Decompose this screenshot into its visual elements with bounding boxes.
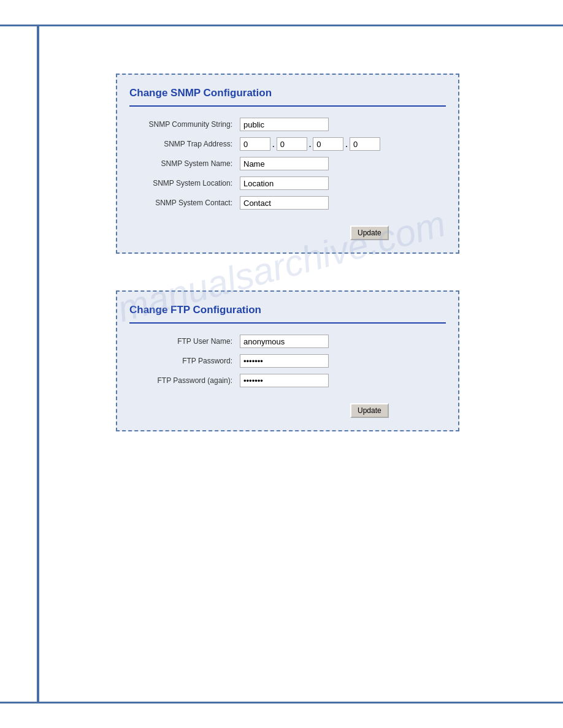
snmp-trap-address-inputs: . . . [240, 137, 380, 151]
snmp-trap-address-row: SNMP Trap Address: . . . [129, 137, 446, 151]
ftp-username-row: FTP User Name: [129, 335, 446, 348]
snmp-system-name-input[interactable] [240, 157, 329, 170]
snmp-update-button[interactable]: Update [350, 226, 389, 240]
top-border [0, 25, 563, 26]
ftp-password-again-input[interactable] [240, 374, 329, 387]
ftp-button-container: Update [129, 396, 446, 418]
trap-sep-1: . [272, 140, 275, 149]
trap-sep-2: . [309, 140, 312, 149]
ftp-update-button[interactable]: Update [350, 403, 389, 418]
snmp-trap-ip2[interactable] [277, 137, 307, 151]
ftp-password-again-label: FTP Password (again): [129, 376, 240, 385]
snmp-system-contact-input[interactable] [240, 196, 329, 210]
snmp-system-contact-row: SNMP System Contact: [129, 196, 446, 210]
snmp-system-location-row: SNMP System Location: [129, 176, 446, 190]
left-accent [37, 26, 39, 703]
snmp-system-name-row: SNMP System Name: [129, 157, 446, 170]
ftp-password-again-row: FTP Password (again): [129, 374, 446, 387]
ftp-password-label: FTP Password: [129, 357, 240, 365]
bottom-border [0, 702, 563, 703]
snmp-trap-ip1[interactable] [240, 137, 270, 151]
trap-sep-3: . [345, 140, 348, 149]
snmp-community-string-input[interactable] [240, 118, 329, 131]
snmp-system-contact-label: SNMP System Contact: [129, 199, 240, 207]
snmp-config-title: Change SNMP Configuration [129, 87, 446, 107]
snmp-system-location-input[interactable] [240, 176, 329, 190]
snmp-system-location-label: SNMP System Location: [129, 179, 240, 188]
ftp-password-row: FTP Password: [129, 354, 446, 368]
snmp-community-string-row: SNMP Community String: [129, 118, 446, 131]
snmp-button-container: Update [129, 218, 446, 240]
ftp-password-input[interactable] [240, 354, 329, 368]
ftp-config-title: Change FTP Configuration [129, 304, 446, 324]
ftp-username-label: FTP User Name: [129, 337, 240, 346]
ftp-username-input[interactable] [240, 335, 329, 348]
snmp-config-box: Change SNMP Configuration SNMP Community… [116, 74, 459, 254]
snmp-trap-address-label: SNMP Trap Address: [129, 140, 240, 148]
snmp-community-string-label: SNMP Community String: [129, 120, 240, 129]
snmp-trap-ip3[interactable] [313, 137, 343, 151]
ftp-config-box: Change FTP Configuration FTP User Name: … [116, 290, 459, 431]
snmp-system-name-label: SNMP System Name: [129, 159, 240, 168]
snmp-trap-ip4[interactable] [350, 137, 380, 151]
